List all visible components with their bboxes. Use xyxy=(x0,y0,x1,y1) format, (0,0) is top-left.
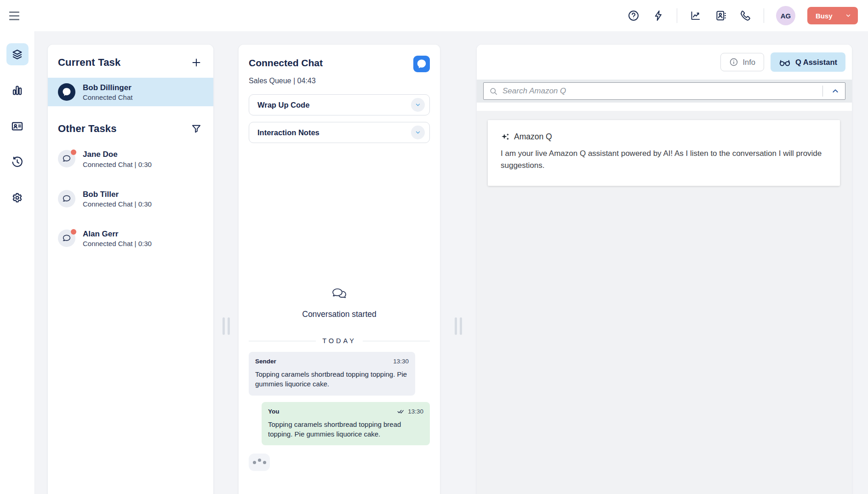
messenger-icon xyxy=(62,87,72,97)
task-contact-name: Bob Tiller xyxy=(83,190,152,199)
amazon-q-message: I am your live Amazon Q assistant powere… xyxy=(501,148,822,172)
delivered-check-icon xyxy=(397,408,405,414)
q-assistant-tab-button[interactable]: Q Assistant xyxy=(771,52,845,72)
q-assistant-tab-label: Q Assistant xyxy=(795,58,837,67)
q-search-strip xyxy=(477,80,852,103)
panel-resize-handle[interactable] xyxy=(454,317,463,335)
connected-chat-panel: Connected Chat .msgr-btn .msgr-bolt{fill… xyxy=(238,44,440,494)
task-channel: Connected Chat xyxy=(83,93,132,101)
interaction-notes-dropdown[interactable]: Interaction Notes xyxy=(249,122,430,143)
task-row-bob-tiller[interactable]: Bob Tiller Connected Chat | 0:30 xyxy=(48,185,213,213)
sparkle-icon xyxy=(501,132,510,142)
info-tab-button[interactable]: Info xyxy=(720,53,764,71)
messenger-avatar: .t-avatar.messenger .msgr-bolt{fill:#132… xyxy=(58,83,75,101)
nav-tasks-icon[interactable] xyxy=(6,43,29,65)
agent-status-button[interactable]: Busy xyxy=(807,7,858,24)
metrics-icon[interactable] xyxy=(689,9,702,22)
unread-dot xyxy=(71,149,76,155)
header-divider xyxy=(764,8,764,23)
task-channel: Connected Chat | 0:30 xyxy=(83,200,152,208)
info-tab-label: Info xyxy=(742,58,755,67)
day-divider-label: TODAY xyxy=(322,337,356,345)
wrap-up-code-dropdown[interactable]: Wrap Up Code xyxy=(249,94,430,115)
other-tasks-title: Other Tasks xyxy=(58,123,117,135)
interaction-notes-label: Interaction Notes xyxy=(257,128,320,137)
chevron-down-icon xyxy=(411,98,425,112)
hamburger-menu-icon[interactable] xyxy=(7,9,21,23)
task-contact-name: Alan Gerr xyxy=(83,229,152,239)
message-time-delivered: 13:30 xyxy=(397,408,423,415)
help-icon[interactable] xyxy=(627,9,640,22)
chat-bubble-icon xyxy=(62,154,72,164)
nav-settings-icon[interactable] xyxy=(6,187,29,209)
quick-connects-icon[interactable] xyxy=(652,9,665,22)
nav-history-icon[interactable] xyxy=(6,151,29,173)
chat-avatar xyxy=(58,230,75,247)
task-contact-name: Jane Doe xyxy=(83,149,152,159)
chevron-down-icon xyxy=(411,126,425,139)
nav-metrics-icon[interactable] xyxy=(6,79,29,101)
header-divider xyxy=(677,8,677,23)
message-bubble-outgoing: You 13:30 Topping caramels shortbread to… xyxy=(262,402,430,446)
q-assistant-panel: Info Q Assistant Amazon Q I am your live… xyxy=(476,44,852,494)
glasses-icon xyxy=(779,56,791,68)
chat-bubble-icon xyxy=(62,194,72,204)
chevron-down-icon xyxy=(845,12,851,19)
task-contact-name: Bob Dillinger xyxy=(83,83,132,92)
message-list: Sender 13:30 Topping caramels shortbread… xyxy=(249,352,430,471)
nav-contacts-icon[interactable] xyxy=(6,115,29,137)
unread-dot xyxy=(71,229,76,235)
avatar[interactable]: AG xyxy=(776,6,795,25)
top-header: AG Busy xyxy=(0,0,868,31)
message-text: Topping caramels shortbread topping topp… xyxy=(255,369,409,389)
messenger-channel-button[interactable]: .msgr-btn .msgr-bolt{fill:#2f80ed;} xyxy=(413,56,430,72)
add-task-button[interactable] xyxy=(189,56,203,69)
message-time: 13:30 xyxy=(393,358,409,365)
search-divider xyxy=(822,86,823,97)
day-divider: TODAY xyxy=(249,337,430,345)
message-bubble-incoming: Sender 13:30 Topping caramels shortbread… xyxy=(249,352,415,396)
queue-and-timer: Sales Queue | 04:43 xyxy=(249,77,430,85)
chevron-up-icon xyxy=(832,87,839,95)
conversation-started-banner: Conversation started xyxy=(239,287,440,319)
search-icon xyxy=(489,87,498,96)
chat-avatar xyxy=(58,150,75,167)
task-list-panel: Current Task .t-avatar.messenger .msgr-b… xyxy=(47,44,214,494)
header-actions: AG Busy xyxy=(627,0,858,31)
agent-status-label: Busy xyxy=(816,12,833,20)
contact-directory-icon[interactable] xyxy=(714,9,727,22)
funnel-icon xyxy=(191,123,202,134)
filter-tasks-button[interactable] xyxy=(189,122,203,136)
current-task-row[interactable]: .t-avatar.messenger .msgr-bolt{fill:#132… xyxy=(48,78,213,106)
left-nav-rail xyxy=(0,31,35,494)
amazon-q-message-card: Amazon Q I am your live Amazon Q assista… xyxy=(488,120,840,186)
conversation-started-label: Conversation started xyxy=(239,310,440,319)
conversation-icon xyxy=(330,287,348,302)
chat-avatar xyxy=(58,190,75,207)
current-task-title: Current Task xyxy=(58,57,120,69)
phone-icon[interactable] xyxy=(739,9,752,22)
message-sender: You xyxy=(268,408,280,415)
collapse-search-button[interactable] xyxy=(829,83,845,99)
wrap-up-code-label: Wrap Up Code xyxy=(257,101,309,109)
typing-indicator xyxy=(249,454,270,471)
q-search-input[interactable] xyxy=(503,83,822,99)
task-channel: Connected Chat | 0:30 xyxy=(83,161,152,168)
amazon-q-title: Amazon Q xyxy=(514,132,552,142)
chat-bubble-icon xyxy=(62,233,72,243)
panel-resize-handle[interactable] xyxy=(222,317,230,335)
messenger-icon xyxy=(416,58,427,69)
message-sender: Sender xyxy=(255,358,276,365)
q-suggestions-area: Amazon Q I am your live Amazon Q assista… xyxy=(477,111,852,494)
message-text: Topping caramels shortbread topping brea… xyxy=(268,419,423,439)
chat-panel-title: Connected Chat xyxy=(249,56,323,69)
task-row-alan-gerr[interactable]: Alan Gerr Connected Chat | 0:30 xyxy=(48,224,213,252)
task-row-jane-doe[interactable]: Jane Doe Connected Chat | 0:30 xyxy=(48,145,213,172)
plus-icon xyxy=(191,57,202,68)
info-icon xyxy=(729,57,738,67)
task-channel: Connected Chat | 0:30 xyxy=(83,240,152,247)
